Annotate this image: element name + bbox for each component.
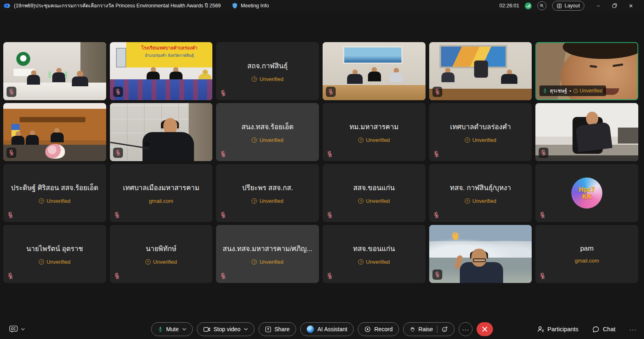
participant-name: ทสจ. กาฬสินธุ์/บุหงา [450, 182, 511, 193]
active-speaker-name-tag: สุรเชษฐ์ • ?Unverified [539, 85, 606, 96]
participant-name: นายพิทักษ์ [146, 243, 176, 254]
video-feed [323, 42, 426, 100]
participant-status: ? Unverified [252, 198, 283, 204]
raise-hand-button[interactable]: Raise [403, 322, 455, 336]
stop-video-button[interactable]: Stop video [197, 322, 254, 336]
participant-status: ? Unverified [358, 137, 390, 143]
participant-name: สถจ.กาฬสินธุ์ [247, 60, 288, 71]
participant-tile[interactable]: โรงเรียนเทศบาลตำบลร่องคำ อำเภอร่องคำ จัง… [110, 42, 213, 100]
participant-tile[interactable]: เทศบาลตำบลร่องคำ ? Unverified [429, 103, 532, 161]
record-icon [364, 326, 371, 332]
participant-name: pam [580, 245, 594, 253]
participant-tile[interactable]: สนง.ทสจ.ร้อยเอ็ด ? Unverified [216, 103, 319, 161]
network-signal-icon [525, 2, 532, 9]
video-feed [535, 103, 638, 161]
participant-tile[interactable] [3, 42, 106, 100]
muted-mic-icon [327, 150, 333, 158]
participant-tile[interactable] [535, 103, 638, 161]
mute-button[interactable]: Mute [151, 322, 193, 336]
more-options-button[interactable]: ··· [459, 322, 472, 336]
participant-name: สุรเชษฐ์ [550, 87, 567, 95]
avatar: Hpc7 KK [571, 177, 602, 209]
unverified-icon: ? [573, 89, 578, 93]
participant-tile[interactable] [429, 225, 532, 283]
muted-mic-icon [326, 87, 336, 97]
muted-mic-icon [114, 272, 120, 280]
muted-mic-icon [114, 211, 120, 219]
projection-screen [439, 45, 507, 68]
ai-assistant-button[interactable]: AI Assistant [300, 322, 354, 336]
participant-tile[interactable]: pam gmail.com [535, 225, 638, 283]
participant-tile[interactable]: ปรียะพร สสจ.กส. ? Unverified [216, 164, 319, 222]
participant-name: สนง.ทสจ.มหาสารคาม/ศภิญ... [223, 243, 312, 254]
muted-mic-icon [113, 87, 123, 97]
muted-mic-icon [220, 211, 226, 219]
record-button[interactable]: Record [358, 322, 399, 336]
minimize-button[interactable]: − [590, 0, 606, 11]
title-bar: (19กพ69)ประชุมคณะกรรมการคัดเลือกรางวัล P… [0, 0, 644, 11]
participant-status: ? Unverified [358, 198, 390, 204]
hand-icon [410, 326, 415, 332]
participant-tile[interactable] [429, 42, 532, 100]
muted-mic-icon [7, 87, 16, 97]
unverified-icon: ? [358, 137, 363, 143]
unverified-icon: ? [465, 137, 470, 143]
participant-tile[interactable]: นายไพรัตน์ อุตราช ? Unverified [3, 225, 106, 283]
close-button[interactable]: ✕ [623, 0, 639, 11]
unverified-icon: ? [358, 198, 363, 204]
unverified-icon: ? [145, 259, 151, 265]
participants-button[interactable]: Participants [537, 326, 579, 333]
shield-icon [232, 2, 238, 9]
participant-tile[interactable]: ทสจ. กาฬสินธุ์/บุหงา ? Unverified [429, 164, 532, 222]
participant-tile[interactable] [323, 42, 426, 100]
chat-button[interactable]: Chat [592, 326, 615, 333]
unverified-icon: ? [39, 198, 44, 204]
participant-tile[interactable]: เทศบาลเมืองมหาสารคาม gmail.com [110, 164, 213, 222]
cc-icon [9, 326, 18, 333]
leave-meeting-button[interactable] [477, 322, 493, 336]
control-toolbar: Mute Stop video Share AI Assistant Recor… [0, 319, 644, 339]
participant-status: ? Unverified [252, 137, 283, 143]
landscape-banner [343, 46, 403, 64]
video-feed [110, 103, 213, 161]
participant-tile[interactable] [110, 103, 213, 161]
participant-tile[interactable] [3, 103, 106, 161]
unmuted-mic-icon [543, 88, 547, 94]
participant-tile[interactable]: สนง.ทสจ.มหาสารคาม/ศภิญ... ? Unverified [216, 225, 319, 283]
mic-icon [158, 326, 163, 333]
video-feed [429, 225, 532, 283]
participant-status: ? Unverified [145, 259, 177, 265]
muted-mic-icon [327, 272, 333, 280]
video-feed [429, 42, 532, 100]
toolbar-more-button[interactable]: ··· [629, 326, 637, 333]
participant-tile[interactable]: ทสจ.ขอนแก่น ? Unverified [323, 225, 426, 283]
participant-tile[interactable]: Hpc7 KK [535, 164, 638, 222]
participant-status: ? Unverified [465, 137, 497, 143]
participant-tile[interactable]: ประดิษฐ์ ศิริสอน สสจ.ร้อยเอ็ด ? Unverifi… [3, 164, 106, 222]
participant-status: ? Unverified [252, 76, 283, 82]
muted-mic-icon [7, 211, 13, 219]
muted-mic-icon [433, 211, 439, 219]
magnifier-zoom-button[interactable] [537, 1, 546, 10]
participant-status: ? Unverified [465, 198, 497, 204]
captions-button[interactable] [9, 326, 25, 333]
participant-name: ทสจ.ขอนแก่น [353, 243, 395, 254]
unverified-icon: ? [252, 137, 257, 143]
layout-button[interactable]: Layout [552, 1, 584, 11]
restore-button[interactable] [606, 0, 623, 11]
grid-layout-icon [557, 3, 562, 9]
meeting-info-button[interactable]: Meeting Info [232, 2, 269, 9]
participant-tile[interactable]: นายพิทักษ์ ? Unverified [110, 225, 213, 283]
participant-tile[interactable]: สถจ.กาฬสินธุ์ ? Unverified [216, 42, 319, 100]
muted-mic-icon [327, 211, 333, 219]
participant-tile[interactable]: ทม.มหาสารคาม ? Unverified [323, 103, 426, 161]
unverified-icon: ? [252, 198, 257, 204]
participant-tile-active-speaker[interactable]: สุรเชษฐ์ • ?Unverified [535, 42, 638, 100]
participant-tile[interactable]: สสจ.ขอนแก่น ? Unverified [323, 164, 426, 222]
chevron-down-icon [244, 328, 248, 330]
ai-assistant-icon [307, 326, 314, 333]
emoji-reactions-icon[interactable] [441, 326, 448, 332]
share-button[interactable]: Share [258, 322, 296, 336]
muted-mic-icon [539, 272, 546, 280]
participant-grid: โรงเรียนเทศบาลตำบลร่องคำ อำเภอร่องคำ จัง… [3, 42, 638, 283]
